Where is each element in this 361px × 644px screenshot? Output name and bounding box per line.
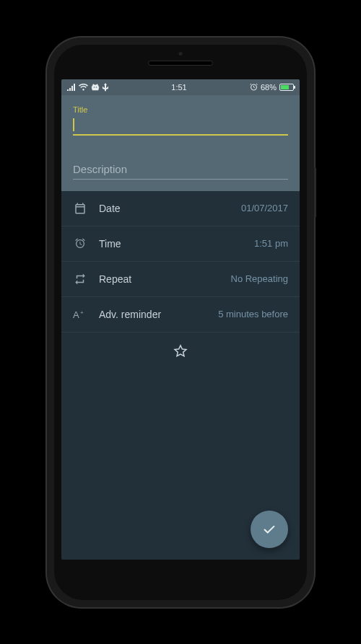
advance-icon: A+	[73, 307, 87, 322]
confirm-button[interactable]	[251, 511, 288, 548]
time-value: 1:51 pm	[254, 238, 288, 249]
svg-text:+: +	[80, 309, 84, 316]
header-card: Title Description	[61, 95, 300, 191]
favorite-toggle[interactable]	[61, 332, 300, 370]
repeat-row[interactable]: Repeat No Repeating	[61, 262, 300, 297]
app-icon	[91, 83, 100, 91]
clock-icon	[73, 237, 87, 251]
title-label: Title	[73, 105, 288, 114]
svg-text:A: A	[73, 309, 79, 320]
check-icon	[261, 521, 277, 537]
speaker-grille	[148, 61, 213, 66]
date-row[interactable]: Date 01/07/2017	[61, 191, 300, 226]
phone-frame: 1:51 68% Title Description	[47, 38, 314, 607]
reminder-row[interactable]: A+ Adv. reminder 5 minutes before	[61, 297, 300, 332]
description-input[interactable]: Description	[73, 163, 288, 180]
svg-point-1	[96, 87, 97, 88]
date-label: Date	[99, 203, 241, 214]
time-label: Time	[99, 238, 254, 250]
repeat-value: No Repeating	[231, 273, 289, 284]
date-value: 01/07/2017	[241, 203, 288, 213]
settings-list: Date 01/07/2017 Time 1:51 pm Repeat No R…	[61, 191, 300, 560]
repeat-icon	[73, 272, 87, 286]
reminder-label: Adv. reminder	[99, 309, 218, 320]
usb-icon	[103, 83, 108, 92]
screen: 1:51 68% Title Description	[61, 79, 300, 560]
time-row[interactable]: Time 1:51 pm	[61, 226, 300, 262]
alarm-icon	[250, 83, 258, 91]
text-cursor	[73, 118, 74, 131]
status-time: 1:51	[171, 83, 186, 92]
reminder-value: 5 minutes before	[218, 309, 288, 319]
status-bar: 1:51 68%	[61, 79, 300, 95]
star-icon	[173, 344, 188, 358]
title-input[interactable]	[73, 115, 288, 136]
side-button	[314, 167, 316, 218]
battery-icon	[279, 84, 294, 91]
repeat-label: Repeat	[99, 273, 231, 285]
battery-pct: 68%	[261, 83, 277, 92]
signal-icon	[67, 84, 76, 91]
description-placeholder: Description	[73, 163, 127, 175]
camera-dot	[179, 52, 183, 56]
svg-point-0	[94, 87, 95, 88]
wifi-icon	[79, 84, 88, 91]
calendar-icon	[73, 201, 87, 216]
